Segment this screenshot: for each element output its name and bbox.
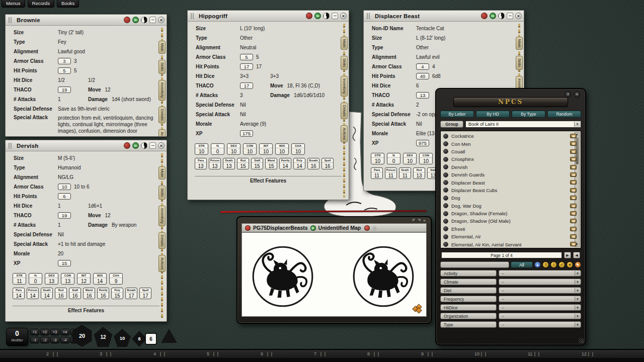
hotkey-slot-number[interactable]: 10 — [474, 351, 479, 356]
modifier-plus-button[interactable]: +2 — [40, 329, 49, 335]
ability-box[interactable]: CON13 — [61, 273, 74, 285]
close-icon[interactable]: × — [574, 92, 580, 98]
visibility-person-icon[interactable]: ♙ — [372, 225, 377, 231]
xp-box[interactable]: 175 — [240, 130, 253, 137]
ac-text[interactable]: 5 — [256, 54, 259, 60]
save-box[interactable]: Rod13 — [413, 167, 425, 179]
effect-features-bar[interactable]: Effect Features — [195, 176, 342, 184]
ability-box[interactable]: DEX10 — [227, 143, 240, 155]
chevron-down-icon[interactable]: ▼ — [575, 288, 580, 293]
ability-box[interactable]: STR10 — [371, 153, 384, 164]
record-link-icon[interactable] — [245, 225, 251, 231]
type-value[interactable]: Humanoid — [58, 165, 81, 170]
modifier-plus-button[interactable]: +3 — [50, 329, 59, 335]
id-icon[interactable]: ID — [310, 225, 316, 231]
chevron-down-icon[interactable]: ▼ — [575, 297, 580, 301]
menu-tab[interactable]: Menus — [2, 0, 25, 8]
id-badge-icon[interactable] — [570, 188, 577, 193]
resize-grip[interactable] — [579, 338, 584, 343]
npc-token-icon[interactable] — [443, 149, 448, 154]
modifier-minus-button[interactable]: -4 — [60, 337, 69, 343]
sdef-value[interactable]: Nil — [240, 102, 246, 108]
hotkey-slot-number[interactable]: 4 — [153, 351, 156, 356]
npc-list-item[interactable]: Dog, War Dog — [442, 202, 568, 210]
id-badge-icon[interactable] — [570, 204, 577, 208]
move-value[interactable]: 12 — [105, 213, 111, 218]
filter-category-button[interactable]: HitDice — [440, 304, 497, 311]
thaco-box[interactable]: 17 — [240, 82, 253, 89]
modifier-minus-button[interactable]: -2 — [40, 337, 49, 343]
npc-sheet-hippogriff[interactable]: Hippogriff ID × SizeL (10' long) TypeOth… — [187, 10, 349, 200]
size-value[interactable]: L (8-12' long) — [416, 35, 445, 41]
npc-list-item[interactable]: Dervish — [442, 163, 568, 171]
sheet-tab[interactable]: Inventory — [158, 206, 166, 226]
hotkey-slot-number[interactable]: 7 — [314, 351, 316, 356]
sheet-tab[interactable]: Skills — [516, 56, 523, 70]
hd-text[interactable]: 1d6+1 — [88, 203, 102, 209]
morale-value[interactable]: 20 — [58, 251, 63, 256]
menu-tab[interactable]: Books — [57, 0, 79, 8]
hotkey-slot-number[interactable]: 8 — [367, 351, 370, 356]
satk-value[interactable]: +1 to hit and damage — [58, 241, 105, 247]
menu-tab[interactable]: Records — [28, 0, 54, 8]
alignment-value[interactable]: Neutral — [240, 45, 256, 50]
save-box[interactable]: Poison14 — [27, 288, 39, 299]
id-badge-icon[interactable] — [570, 180, 577, 185]
ac-box[interactable]: 5 — [240, 54, 253, 60]
type-value[interactable]: Other — [240, 35, 253, 41]
ability-box[interactable]: STR10 — [195, 143, 208, 155]
layers-icon[interactable] — [413, 305, 422, 313]
modifier-minus-button[interactable]: -3 — [50, 337, 59, 343]
quick-filter-button[interactable]: ? — [542, 261, 549, 268]
hp-box[interactable]: 6 — [58, 193, 71, 200]
token-icon[interactable] — [124, 142, 130, 149]
ac-text[interactable]: 3 — [74, 58, 77, 64]
ability-box[interactable]: CHA10 — [291, 143, 305, 155]
sheet-tab[interactable]: Skills — [158, 186, 166, 200]
image-window[interactable]: ◤ ◥ × PG75DisplacerBeasts ID Unidentifie… — [236, 216, 432, 324]
quick-filter-button[interactable]: ✎ — [575, 261, 581, 268]
last-page-button[interactable]: ◀ — [573, 252, 580, 258]
npc-token-icon[interactable] — [443, 203, 448, 208]
sheet-tab[interactable]: Main — [158, 41, 166, 54]
chat-icon[interactable] — [149, 142, 156, 149]
filter-category-button[interactable]: Type — [440, 321, 497, 328]
ability-box[interactable]: WIS10 — [275, 143, 289, 155]
save-box[interactable]: Poison11 — [385, 167, 397, 179]
chat-icon[interactable] — [149, 17, 156, 23]
npc-list-item[interactable]: Displacer Beast Cubs — [442, 187, 568, 194]
effect-features-bar[interactable]: Effect Features — [13, 306, 159, 313]
save-box[interactable]: Staff15 — [251, 158, 263, 169]
titlebar[interactable]: Displacer Beast ID × — [364, 11, 524, 22]
d4-die-icon[interactable] — [161, 329, 177, 343]
thaco-box[interactable]: 13 — [416, 92, 429, 99]
id-badge-icon[interactable] — [570, 165, 577, 169]
hotkey-slot-number[interactable]: 11 — [528, 351, 532, 356]
image-titlebar[interactable]: PG75DisplacerBeasts ID Unidentified Map … — [242, 223, 427, 232]
hotkey-slot-number[interactable]: 12 — [582, 351, 587, 356]
save-box[interactable]: Death14 — [41, 288, 53, 299]
ability-box[interactable]: INT12 — [77, 273, 91, 285]
type-value[interactable]: Fey — [58, 39, 66, 45]
hd-text[interactable]: 1/2 — [88, 77, 95, 83]
alignment-value[interactable]: NG/LG — [58, 174, 73, 180]
hd-value[interactable]: 1 — [58, 203, 88, 209]
quick-filter-button[interactable]: ▲ — [534, 261, 541, 268]
ability-box[interactable]: WIS14 — [93, 273, 107, 285]
npcs-window[interactable]: ? × NPCS By LetterBy HDBy TypeRandom Gro… — [435, 88, 586, 345]
sort-tab[interactable]: By HD — [476, 111, 510, 118]
sdef-value[interactable]: Nil — [58, 232, 64, 237]
group-dropdown[interactable]: Book of Lairs II ▼ — [465, 121, 581, 128]
faction-icon[interactable] — [323, 13, 330, 19]
hotkey-slot-number[interactable]: 3 — [100, 351, 102, 356]
npc-list-item[interactable]: Couatl — [442, 148, 568, 155]
npc-token-icon[interactable] — [443, 234, 448, 239]
hotkey-slot-number[interactable]: 6 — [261, 351, 263, 356]
sheet-tab[interactable]: Inventory — [341, 76, 348, 97]
npc-list-item[interactable]: Con Men — [442, 140, 568, 147]
save-box[interactable]: Rod16 — [55, 288, 67, 299]
id-icon[interactable]: ID — [314, 13, 321, 19]
npc-list-item[interactable]: Cockatrice — [442, 132, 568, 140]
sort-tab[interactable]: By Type — [512, 111, 545, 118]
thaco-box[interactable]: 19 — [58, 212, 71, 219]
